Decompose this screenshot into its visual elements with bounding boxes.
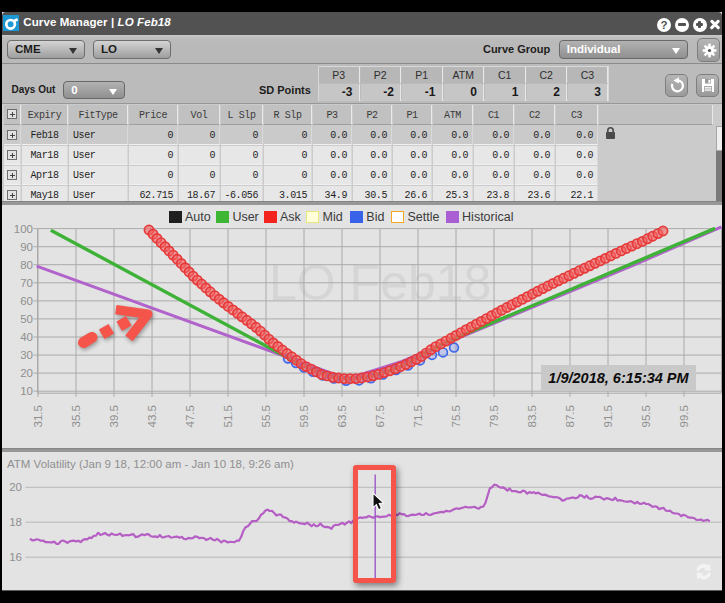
svg-text:87.5: 87.5 (564, 405, 576, 427)
svg-text:60: 60 (20, 295, 33, 307)
svg-text:75.5: 75.5 (450, 405, 462, 427)
svg-text:18: 18 (9, 516, 22, 528)
svg-text:30: 30 (20, 349, 33, 361)
svg-text:83.5: 83.5 (526, 405, 538, 427)
svg-text:80: 80 (20, 259, 33, 271)
svg-text:10: 10 (20, 385, 33, 397)
svg-text:100: 100 (14, 223, 33, 235)
svg-text:20: 20 (9, 481, 22, 493)
svg-text:79.5: 79.5 (488, 405, 500, 427)
svg-text:55.5: 55.5 (260, 405, 272, 427)
svg-text:51.5: 51.5 (222, 405, 234, 427)
svg-text:63.5: 63.5 (336, 405, 348, 427)
svg-text:43.5: 43.5 (146, 405, 158, 427)
svg-text:99.5: 99.5 (678, 405, 690, 427)
svg-text:20: 20 (20, 367, 33, 379)
svg-text:67.5: 67.5 (374, 405, 386, 427)
svg-text:71.5: 71.5 (412, 405, 424, 427)
svg-text:90: 90 (20, 241, 33, 253)
svg-text:40: 40 (20, 331, 33, 343)
svg-text:70: 70 (20, 277, 33, 289)
svg-text:31.5: 31.5 (32, 405, 44, 427)
svg-text:50: 50 (20, 313, 33, 325)
svg-text:91.5: 91.5 (602, 405, 614, 427)
svg-text:47.5: 47.5 (184, 405, 196, 427)
svg-text:35.5: 35.5 (70, 405, 82, 427)
svg-text:95.5: 95.5 (640, 405, 652, 427)
svg-text:39.5: 39.5 (108, 405, 120, 427)
svg-text:16: 16 (9, 551, 22, 563)
svg-text:59.5: 59.5 (298, 405, 310, 427)
